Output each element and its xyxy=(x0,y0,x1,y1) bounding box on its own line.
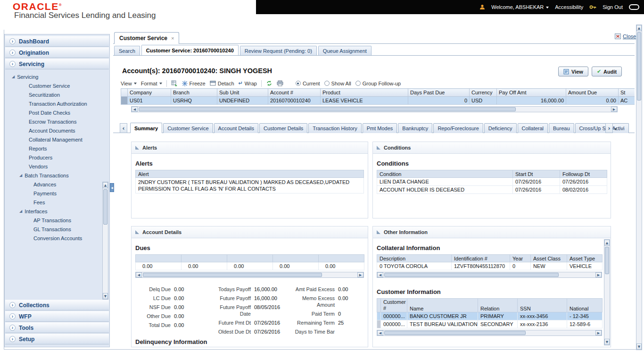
col-product[interactable]: Product xyxy=(321,89,408,97)
tab-deficiency[interactable]: Deficiency xyxy=(484,123,517,133)
row-selector-cell[interactable] xyxy=(121,97,128,105)
tree-item-vendors[interactable]: Vendors xyxy=(5,162,109,171)
col-alert[interactable]: Alert xyxy=(136,170,364,178)
scroll-up-button[interactable]: ▲ xyxy=(636,25,642,31)
account-grid-row-selected[interactable]: US01 USRHQ UNDEFINED 20160700010240 LEAS… xyxy=(121,97,635,105)
customer-horizontal-scrollbar[interactable]: ◀ ▶ xyxy=(377,330,602,336)
cell-days-past-due[interactable]: 0 xyxy=(408,97,470,105)
collateral-row[interactable]: 0 TOYOTA COROLA 1ZVFT80N455112870 0 NEW … xyxy=(377,262,603,270)
sidebar-section-tools[interactable]: ›Tools xyxy=(5,322,109,333)
col-condition[interactable]: Condition xyxy=(377,170,513,178)
export-icon[interactable] xyxy=(171,80,178,86)
subtab-search[interactable]: Search xyxy=(114,46,140,55)
tree-node-batch-transactions[interactable]: ◢Batch Transactions xyxy=(5,171,109,180)
view-button[interactable]: View xyxy=(558,67,588,76)
col-ssn[interactable]: SSN xyxy=(518,299,567,312)
alerts-panel-header[interactable]: Alerts xyxy=(132,142,368,154)
sidebar-section-servicing[interactable]: ›Servicing xyxy=(5,59,109,69)
scroll-left-button[interactable]: ◀ xyxy=(136,272,142,277)
row-selector-cell[interactable] xyxy=(377,320,381,328)
radio-icon[interactable] xyxy=(324,81,330,86)
col-amount-due[interactable]: Amount Due xyxy=(566,89,619,97)
tree-item-producers[interactable]: Producers xyxy=(5,153,109,162)
sidebar-section-wfp[interactable]: ›WFP xyxy=(5,311,109,322)
col-relation[interactable]: Relation xyxy=(478,299,518,312)
col-description[interactable]: Description xyxy=(377,255,452,262)
subtab-review-request[interactable]: Review Request (Pending: 0) xyxy=(240,46,317,55)
cell-branch[interactable]: USRHQ xyxy=(171,97,217,105)
col-account-number[interactable]: Account # xyxy=(268,89,321,97)
scroll-up-button[interactable]: ▲ xyxy=(103,182,108,188)
subtab-customer-service-account[interactable]: Customer Service: 20160700010240 xyxy=(141,45,239,55)
radio-group-followup[interactable]: Group Follow-up xyxy=(355,81,401,86)
other-information-vertical-scrollbar[interactable]: ▲ ▼ xyxy=(604,239,610,345)
close-control[interactable]: Close xyxy=(615,34,636,39)
customer-row-selected[interactable]: 000000... BANKO CUSTOMER JR PRIMARY xx-x… xyxy=(377,312,603,320)
cell-currency[interactable]: USD xyxy=(470,97,497,105)
col-company[interactable]: Company xyxy=(128,89,171,97)
col-identification[interactable]: Identification # xyxy=(452,255,510,262)
tree-item-reports[interactable]: Reports xyxy=(5,144,109,153)
close-window-icon[interactable] xyxy=(615,34,621,39)
cell-product[interactable]: LEASE VEHICLE xyxy=(321,97,408,105)
condition-row[interactable]: ACCOUNT HOLDER IS DECEASED 07/26/2016 08… xyxy=(377,186,607,194)
radio-selected-icon[interactable] xyxy=(296,81,301,86)
tree-item-advances[interactable]: Advances xyxy=(5,180,109,189)
col-name[interactable]: Name xyxy=(407,299,478,312)
cell-pay-off-amt[interactable]: 16,000.00 xyxy=(497,97,566,105)
scroll-thumb[interactable] xyxy=(605,247,609,274)
cell-amount-due[interactable]: 0.00 xyxy=(566,97,619,105)
welcome-menu[interactable]: Welcome, ABSHEKAR xyxy=(491,4,549,10)
sidebar-section-collections[interactable]: ›Collections xyxy=(5,300,109,310)
scroll-down-button[interactable]: ▼ xyxy=(636,344,642,350)
audit-button[interactable]: ✔ Audit xyxy=(592,67,622,76)
workspace-tab-customer-service[interactable]: Customer Service × xyxy=(114,32,179,44)
tree-item-account-documents[interactable]: Account Documents xyxy=(5,126,109,135)
subtab-queue-assignment[interactable]: Queue Assignment xyxy=(318,46,372,55)
tree-item-escrow-transactions[interactable]: Escrow Transactions xyxy=(5,117,109,126)
print-icon[interactable] xyxy=(277,80,283,86)
col-national[interactable]: National xyxy=(567,299,603,312)
tab-customer-service[interactable]: Customer Service xyxy=(163,123,213,133)
tab-bureau[interactable]: Bureau xyxy=(549,123,574,133)
radio-current[interactable]: Current xyxy=(296,81,320,86)
col-currency[interactable]: Currency xyxy=(470,89,497,97)
alert-row[interactable]: 2NDRY CUSTOMER ( TEST BUREAU VALIDATION … xyxy=(136,178,364,193)
dues-row[interactable]: 0.00 0.00 0.00 0.00 0.00 xyxy=(136,262,364,270)
tab-transaction-history[interactable]: Transaction History xyxy=(308,123,361,133)
format-menu[interactable]: Format xyxy=(141,81,162,86)
col-pay-off-amt[interactable]: Pay Off Amt xyxy=(497,89,566,97)
tree-node-interfaces[interactable]: ◢Interfaces xyxy=(5,207,109,216)
radio-show-all[interactable]: Show All xyxy=(324,81,351,86)
detach-button[interactable]: Detach xyxy=(210,81,234,86)
tree-item-ap-transactions[interactable]: AP Transactions xyxy=(5,216,109,225)
sidebar-section-setup[interactable]: ›Setup xyxy=(5,334,109,344)
scroll-right-button[interactable]: ▶ xyxy=(595,272,602,277)
scroll-right-button[interactable]: ▶ xyxy=(595,330,602,335)
scroll-thumb[interactable] xyxy=(637,32,641,101)
refresh-icon[interactable] xyxy=(266,80,272,86)
sidebar-section-origination[interactable]: ›Origination xyxy=(5,47,109,58)
wrap-button[interactable]: ↵Wrap xyxy=(239,80,257,86)
tab-pmt-modes[interactable]: Pmt Modes xyxy=(363,123,397,133)
grid-horizontal-scrollbar[interactable]: ◀ ▶ xyxy=(131,106,618,112)
other-information-panel-header[interactable]: Other Information xyxy=(373,226,611,238)
col-year[interactable]: Year xyxy=(510,255,531,262)
col-asset-type[interactable]: Asset Type xyxy=(567,255,603,262)
tabstrip-overflow-menu[interactable] xyxy=(614,126,617,131)
tab-account-details[interactable]: Account Details xyxy=(214,123,258,133)
sidebar-scrollbar[interactable]: ▲ ▼ xyxy=(102,182,108,300)
cell-status[interactable]: AC xyxy=(619,97,635,105)
col-status[interactable]: St xyxy=(619,89,635,97)
col-asset-class[interactable]: Asset Class xyxy=(531,255,567,262)
customer-row[interactable]: 000000... TEST BUREAU VALIDATION SECONDA… xyxy=(377,320,603,328)
col-sub-unit[interactable]: Sub Unit xyxy=(217,89,268,97)
cell-account-number[interactable]: 20160700010240 xyxy=(268,97,321,105)
col-days-past-due[interactable]: Days Past Due xyxy=(408,89,470,97)
tree-item-gl-transactions[interactable]: GL Transactions xyxy=(5,225,109,234)
tree-item-conversion-accounts[interactable]: Conversion Accounts xyxy=(5,234,109,243)
accessibility-link[interactable]: Accessibility xyxy=(555,4,583,10)
scroll-up-button[interactable]: ▲ xyxy=(604,240,610,246)
tree-item-collateral-management[interactable]: Collateral Management xyxy=(5,135,109,144)
sign-out-link[interactable]: Sign Out xyxy=(603,4,623,10)
